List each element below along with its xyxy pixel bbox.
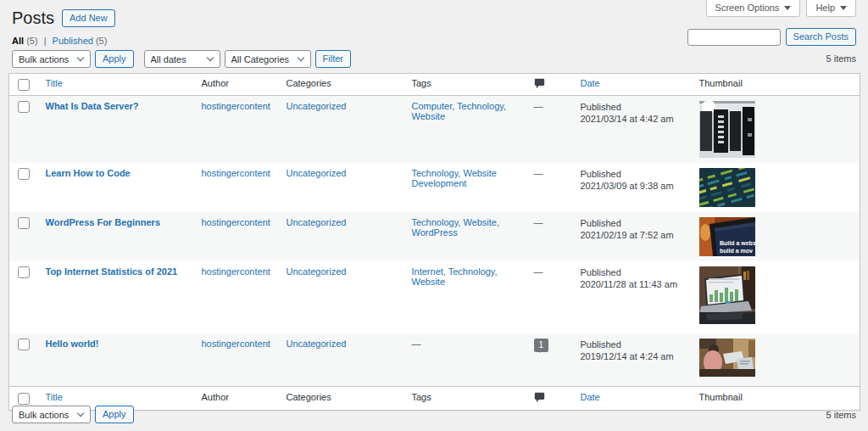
comment-count-empty: — (534, 217, 543, 227)
bottom-toolbar: Bulk actions Apply 5 items (12, 406, 856, 423)
view-published-link[interactable]: Published (53, 36, 93, 46)
apply-button[interactable]: Apply (95, 50, 134, 68)
search-posts-button[interactable]: Search Posts (786, 28, 856, 46)
bulk-actions-select-wrap: Bulk actions (12, 50, 91, 68)
post-date: 2021/02/19 at 7:52 am (581, 229, 682, 241)
bulk-actions-select[interactable]: Bulk actions (12, 50, 91, 68)
post-tags-links[interactable]: Technology, Website, WordPress (412, 217, 500, 238)
dates-filter-select[interactable]: All dates (144, 50, 220, 68)
post-views-filter: All (5) | Published (5) (12, 36, 107, 46)
post-author-link[interactable]: hostingercontent (202, 266, 270, 277)
apply-button-bottom[interactable]: Apply (95, 406, 134, 423)
help-button[interactable]: Help (806, 0, 856, 17)
comment-count-empty: — (534, 266, 543, 277)
categories-filter-select[interactable]: All Categories (225, 50, 311, 68)
view-separator: | (44, 36, 47, 46)
page-header: Posts Add New (12, 8, 115, 27)
add-new-button[interactable]: Add New (62, 9, 115, 27)
column-author: Author (193, 74, 278, 96)
post-row: Learn How to Code hostingercontent Uncat… (9, 163, 860, 212)
laptop-website-builder-photo: Build a webs build a mov (699, 217, 755, 256)
post-row: Top Internet Statistics of 2021 hostinge… (9, 261, 860, 333)
comment-bubble-icon (534, 78, 545, 89)
items-count-bottom: 5 items (826, 410, 856, 420)
post-tags-empty: — (412, 339, 421, 349)
search-input[interactable] (687, 29, 781, 46)
row-checkbox[interactable] (18, 266, 30, 278)
post-row: WordPress For Beginners hostingercontent… (9, 212, 860, 261)
view-all-link[interactable]: All (12, 36, 24, 46)
post-author-link[interactable]: hostingercontent (202, 339, 270, 349)
column-title-sort[interactable]: Title (46, 392, 63, 402)
post-status: Published (581, 339, 682, 350)
post-status: Published (581, 217, 682, 229)
page-title: Posts (12, 8, 54, 27)
server-racks-photo (699, 101, 755, 158)
post-author-link[interactable]: hostingercontent (202, 101, 270, 111)
post-date: 2019/12/14 at 4:24 am (581, 350, 682, 362)
post-tags-links[interactable]: Technology, Website Development (412, 168, 497, 188)
post-status: Published (581, 168, 682, 180)
post-tags-links[interactable]: Computer, Technology, Website (412, 101, 507, 121)
post-category-link[interactable]: Uncategorized (287, 217, 347, 227)
select-all-checkbox[interactable] (18, 79, 30, 91)
bulk-actions-select-wrap: Bulk actions (12, 406, 91, 423)
post-title-link[interactable]: What Is Data Server? (46, 101, 139, 111)
post-author-link[interactable]: hostingercontent (202, 217, 270, 227)
screen-meta-links: Screen Options Help (706, 0, 856, 17)
post-tags-links[interactable]: Internet, Technology, Website (412, 266, 498, 287)
laptop-analytics-photo (699, 266, 755, 324)
posts-table: Title Author Categories Tags Date Thumbn… (8, 73, 860, 411)
post-date: 2021/03/14 at 4:42 am (581, 113, 682, 125)
thumbnail-text: build a mov (720, 248, 753, 254)
column-title-sort[interactable]: Title (46, 78, 63, 88)
post-row: Hello world! hostingercontent Uncategori… (9, 333, 860, 386)
help-label: Help (815, 3, 835, 13)
top-toolbar: Bulk actions Apply All dates All Categor… (12, 50, 351, 68)
view-published-count: (5) (96, 36, 107, 46)
post-status: Published (581, 101, 682, 113)
post-category-link[interactable]: Uncategorized (287, 339, 347, 349)
row-checkbox[interactable] (18, 101, 30, 113)
post-row: What Is Data Server? hostingercontent Un… (9, 96, 860, 164)
post-title-link[interactable]: Learn How to Code (46, 168, 131, 178)
post-title-link[interactable]: WordPress For Beginners (46, 217, 161, 227)
select-all-checkbox[interactable] (18, 393, 30, 405)
filter-button[interactable]: Filter (315, 50, 351, 68)
post-title-link[interactable]: Hello world! (46, 339, 99, 349)
post-category-link[interactable]: Uncategorized (287, 266, 347, 277)
post-category-link[interactable]: Uncategorized (287, 168, 347, 178)
column-tags: Tags (403, 74, 526, 96)
row-checkbox[interactable] (18, 168, 30, 180)
table-header-row: Title Author Categories Tags Date Thumbn… (9, 74, 860, 96)
column-categories: Categories (278, 74, 403, 96)
view-all-count: (5) (26, 36, 37, 46)
comment-count-empty: — (534, 168, 543, 178)
dates-select-wrap: All dates (144, 50, 220, 68)
screen-options-button[interactable]: Screen Options (706, 0, 801, 17)
bulk-actions-select-bottom[interactable]: Bulk actions (12, 406, 91, 423)
chevron-down-icon (784, 6, 791, 10)
person-working-photo (699, 339, 755, 377)
screen-options-label: Screen Options (715, 3, 780, 13)
post-author-link[interactable]: hostingercontent (202, 168, 270, 178)
row-checkbox[interactable] (18, 339, 30, 350)
column-date-sort[interactable]: Date (581, 78, 600, 88)
thumbnail-text: Build a webs (720, 240, 755, 246)
code-screen-photo (699, 168, 755, 207)
comment-bubble-icon (534, 392, 545, 403)
items-count: 5 items (826, 53, 856, 64)
comment-count-empty: — (534, 101, 543, 111)
post-date: 2020/11/28 at 11:43 am (581, 278, 682, 290)
chevron-down-icon (840, 6, 847, 10)
search-box: Search Posts (687, 28, 856, 46)
row-checkbox[interactable] (18, 217, 30, 229)
column-date-sort[interactable]: Date (581, 392, 600, 402)
post-status: Published (581, 266, 682, 278)
post-title-link[interactable]: Top Internet Statistics of 2021 (46, 266, 178, 277)
comment-count-bubble[interactable]: 1 (534, 339, 549, 352)
post-date: 2021/03/09 at 9:38 am (581, 180, 682, 192)
post-category-link[interactable]: Uncategorized (287, 101, 347, 111)
posts-admin-page: Screen Options Help Posts Add New Search… (0, 0, 868, 431)
column-thumbnail: Thumbnail (691, 74, 860, 96)
